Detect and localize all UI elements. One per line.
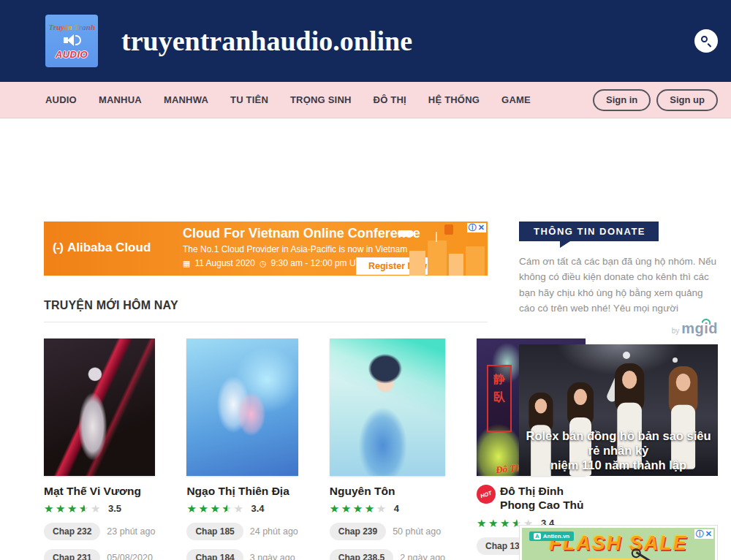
alibaba-brand: Alibaba Cloud xyxy=(67,241,151,255)
mgid-logo: mgid xyxy=(681,320,718,336)
mgid-by: by xyxy=(672,327,680,335)
donate-ribbon: THÔNG TIN DONATE xyxy=(519,222,659,241)
donate-text: Cám ơn tất cả các bạn đã ùng hộ nhóm. Nế… xyxy=(519,254,718,316)
main-nav: AUDIO MANHUA MANHWA TU TIÊN TRỌNG SINH Đ… xyxy=(0,82,731,118)
nav-item-manhwa[interactable]: MANHWA xyxy=(164,94,208,105)
building-illustration xyxy=(466,246,485,276)
clock-icon: ◷ xyxy=(260,259,267,268)
nav-item-manhua[interactable]: MANHUA xyxy=(99,94,142,105)
sign-up-button[interactable]: Sign up xyxy=(656,89,718,111)
chapter-row: Chap 185 24 phút ago xyxy=(186,523,298,540)
hot-badge: HOT xyxy=(477,485,496,504)
chapter-row: Chap 238.5 2 ngày ago xyxy=(330,549,445,560)
comic-card: Nguyên Tôn ★★★★★ 4 Chap 239 50 phút ago … xyxy=(330,338,445,560)
nav-items: AUDIO MANHUA MANHWA TU TIÊN TRỌNG SINH Đ… xyxy=(45,94,531,105)
nav-item-audio[interactable]: AUDIO xyxy=(45,94,77,105)
building-illustration xyxy=(428,241,447,276)
chapter-time: 23 phút ago xyxy=(107,526,155,537)
rating-value: 3.4 xyxy=(251,503,264,514)
sign-in-button[interactable]: Sign in xyxy=(593,89,651,111)
chapter-time: 3 ngày ago xyxy=(250,553,295,560)
comic-card: Ngạo Thị Thiên Địa ★★★★★★ 3.4 Chap 185 2… xyxy=(186,338,298,560)
auth-buttons: Sign in Sign up xyxy=(593,89,718,111)
chapter-link[interactable]: Chap 238.5 xyxy=(330,549,393,560)
logo-text-top: Truyện Tranh xyxy=(48,23,95,31)
nav-item-he-thong[interactable]: HỆ THỐNG xyxy=(428,94,480,105)
chapter-row: Chap 232 23 phút ago xyxy=(44,523,155,540)
nav-item-do-thi[interactable]: ĐÔ THỊ xyxy=(374,94,406,105)
native-ad-caption: Rolex bán đồng hồ bản sao siêu rẻ nhân k… xyxy=(519,428,718,472)
search-button[interactable] xyxy=(694,29,718,53)
site-header: Truyện Tranh AUDIO truyentranhaudio.onli… xyxy=(0,0,731,82)
flagpole-illustration xyxy=(436,232,437,242)
flash-sale-ad[interactable]: AAntien.vn FLASH SALE XEM NGAY ⓘ ✕ xyxy=(519,525,718,560)
site-logo[interactable]: Truyện Tranh AUDIO xyxy=(45,15,98,67)
chapter-link[interactable]: Chap 185 xyxy=(186,523,243,540)
chapter-time: 05/08/2020 xyxy=(107,553,153,560)
comic-cover[interactable] xyxy=(186,338,298,476)
sidebar: THÔNG TIN DONATE Cám ơn tất cả các bạn đ… xyxy=(519,222,718,560)
banner-ad-title: Cloud For Vietnam Online Conference xyxy=(183,226,420,241)
chapter-time: 2 ngày ago xyxy=(400,553,445,560)
chapter-row: Chap 231 05/08/2020 xyxy=(44,549,155,560)
comic-cover[interactable] xyxy=(44,338,155,476)
comic-cover[interactable] xyxy=(330,338,445,476)
star-rating-icons: ★★★★★★ xyxy=(186,503,245,514)
chapter-link[interactable]: Chap 231 xyxy=(44,549,100,560)
advertiser-badge: AAntien.vn xyxy=(529,531,574,541)
banner-ad[interactable]: (-) Alibaba Cloud Cloud For Vietnam Onli… xyxy=(44,222,488,276)
alibaba-logo-mark: (-) xyxy=(53,241,63,255)
building-illustration xyxy=(409,251,425,276)
cover-seal-decoration: 静臥 xyxy=(487,365,512,432)
chapter-link[interactable]: Chap 184 xyxy=(186,549,243,560)
alibaba-cloud-logo: (-) Alibaba Cloud xyxy=(53,241,151,255)
nav-item-tu-tien[interactable]: TU TIÊN xyxy=(230,94,268,105)
chapter-row: Chap 239 50 phút ago xyxy=(330,523,445,540)
logo-text-audio: AUDIO xyxy=(56,49,88,60)
banner-ad-subtitle: The No.1 Cloud Provider in Asia-Pacific … xyxy=(183,244,420,254)
ad-close-icon[interactable]: ✕ xyxy=(478,223,485,232)
rating-value: 4 xyxy=(394,503,399,514)
ad-close-icon[interactable]: ✕ xyxy=(705,529,712,539)
banner-ad-date: 11 August 2020 xyxy=(194,258,255,268)
chapter-time: 50 phút ago xyxy=(393,526,441,537)
speaker-icon xyxy=(61,33,83,48)
chapter-row: Chap 184 3 ngày ago xyxy=(186,549,298,560)
balloon-illustration xyxy=(444,224,453,235)
nav-item-trong-sinh[interactable]: TRỌNG SINH xyxy=(290,94,352,105)
star-rating-icons: ★★★★★ xyxy=(330,503,388,514)
star-rating-icons: ★★★★★★ xyxy=(44,503,102,514)
building-illustration xyxy=(449,254,463,276)
ad-info-icon[interactable]: ⓘ xyxy=(696,529,704,539)
section-title: TRUYỆN MỚI HÔM NAY xyxy=(44,299,488,312)
comic-rating: ★★★★★★ 3.5 xyxy=(44,503,155,514)
calendar-icon: ▦ xyxy=(183,259,190,268)
chapter-link[interactable]: Chap 239 xyxy=(330,523,386,540)
adchoices-controls[interactable]: ⓘ ✕ xyxy=(467,223,486,232)
search-icon xyxy=(701,36,708,42)
cloud-illustration xyxy=(398,230,414,237)
native-ad[interactable]: Rolex bán đồng hồ bản sao siêu rẻ nhân k… xyxy=(519,344,718,476)
ad-info-icon[interactable]: ⓘ xyxy=(469,223,477,232)
comic-title[interactable]: Mạt Thế Vi Vương xyxy=(44,484,141,498)
adchoices-controls[interactable]: ⓘ ✕ xyxy=(694,529,713,539)
chapter-link[interactable]: Chap 232 xyxy=(44,523,100,540)
main-column: (-) Alibaba Cloud Cloud For Vietnam Onli… xyxy=(44,222,488,560)
comic-title[interactable]: Ngạo Thị Thiên Địa xyxy=(186,484,289,498)
comic-rating: ★★★★★★ 3.4 xyxy=(186,503,298,514)
comic-rating: ★★★★★ 4 xyxy=(330,503,445,514)
comic-card: Mạt Thế Vi Vương ★★★★★★ 3.5 Chap 232 23 … xyxy=(44,338,155,560)
page: Truyện Tranh AUDIO truyentranhaudio.onli… xyxy=(0,0,731,560)
nav-item-game[interactable]: GAME xyxy=(501,94,531,105)
content: (-) Alibaba Cloud Cloud For Vietnam Onli… xyxy=(0,118,731,560)
chapter-time: 24 phút ago xyxy=(250,526,298,537)
mgid-attribution[interactable]: bymgid xyxy=(519,320,718,337)
comic-title[interactable]: Nguyên Tôn xyxy=(330,484,395,498)
site-title[interactable]: truyentranhaudio.online xyxy=(121,25,412,57)
register-now-button[interactable]: Register Now xyxy=(356,257,439,275)
comic-grid: Mạt Thế Vi Vương ★★★★★★ 3.5 Chap 232 23 … xyxy=(44,338,488,560)
section-divider xyxy=(44,322,488,322)
rating-value: 3.5 xyxy=(108,503,121,514)
